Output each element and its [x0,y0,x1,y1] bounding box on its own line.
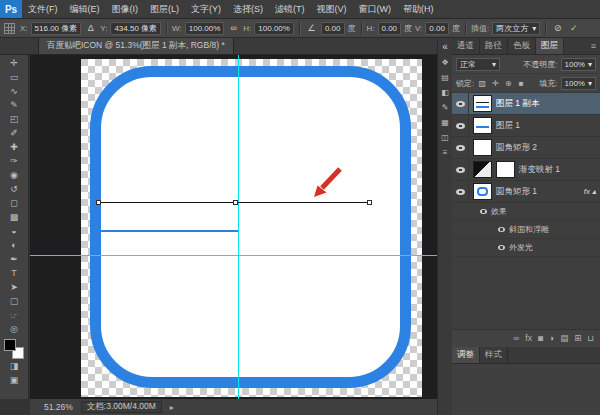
add-layer-style-icon[interactable]: fx [525,334,532,343]
new-group-icon[interactable]: ▤ [560,334,568,343]
height-field[interactable]: 100.00% [254,22,294,35]
visibility-eye-icon[interactable] [480,209,487,214]
menu-file[interactable]: 文件(F) [22,0,64,18]
tab-styles[interactable]: 样式 [480,347,508,363]
path-selection-tool[interactable]: ➤ [2,280,26,294]
zoom-level[interactable]: 51.26% [44,402,73,412]
foreground-color-swatch[interactable] [4,339,16,351]
layer-thumbnail[interactable] [473,95,492,112]
new-layer-icon[interactable]: ⊞ [574,334,581,343]
menu-help[interactable]: 帮助(H) [397,0,440,18]
lock-position-icon[interactable]: ⊕ [503,79,513,88]
menu-image[interactable]: 图像(I) [106,0,145,18]
effect-row-bevel-emboss[interactable]: 斜面和浮雕 [452,221,600,239]
menu-filter[interactable]: 滤镜(T) [269,0,311,18]
adjustments-panel-icon[interactable]: ◧ [441,89,449,97]
visibility-eye-icon[interactable] [452,115,469,136]
blur-tool[interactable]: ◒ [2,224,26,238]
quick-selection-tool[interactable]: ✎ [2,98,26,112]
layer-row-layer1-copy[interactable]: 图层 1 副本 [452,93,600,115]
collapse-panels-icon[interactable]: « [442,41,448,52]
zoom-tool[interactable]: ◎ [2,322,26,336]
layer-thumbnail[interactable] [473,139,492,156]
v-skew-field[interactable]: 0.00 [425,22,449,35]
layer-row-rounded-rect-2[interactable]: 圆角矩形 2 [452,137,600,159]
quick-mask-icon[interactable]: ◨ [2,359,26,373]
commit-transform-icon[interactable]: ✓ [567,21,580,35]
status-options-arrow-icon[interactable]: ▸ [170,403,174,412]
gradient-tool[interactable]: ▩ [2,210,26,224]
collapse-effects-icon[interactable]: ▴ [592,187,596,196]
crop-tool[interactable]: ◰ [2,112,26,126]
eraser-tool[interactable]: ◻ [2,196,26,210]
delete-layer-icon[interactable]: ⊔ [587,334,594,343]
rectangular-marquee-tool[interactable]: ▭ [2,70,26,84]
width-field[interactable]: 100.00% [185,22,225,35]
tab-paths[interactable]: 路径 [480,38,508,54]
history-brush-tool[interactable]: ↺ [2,182,26,196]
hand-tool[interactable]: ☞ [2,308,26,322]
layer-mask-thumbnail[interactable] [496,161,515,178]
tab-layers[interactable]: 图层 [536,38,564,54]
rectangle-tool[interactable]: ▢ [2,294,26,308]
properties-panel-icon[interactable]: ◫ [441,134,449,142]
canvas-area[interactable] [30,55,437,399]
lock-pixels-icon[interactable]: ✛ [490,79,500,88]
h-skew-field[interactable]: 0.00 [378,22,402,35]
layer-row-rounded-rect-1[interactable]: 圆角矩形 1 fx ▴ [452,181,600,203]
adjustment-layer-thumbnail[interactable] [473,161,492,178]
layer-effects-badge[interactable]: fx ▴ [584,187,598,196]
layer-row-layer1[interactable]: 图层 1 [452,115,600,137]
dodge-tool[interactable]: ◐ [2,238,26,252]
visibility-eye-icon[interactable] [452,159,469,180]
lock-all-icon[interactable]: ■ [516,79,526,88]
add-layer-mask-icon[interactable]: ◙ [538,334,543,343]
color-panel-icon[interactable]: ❖ [441,59,448,67]
visibility-eye-icon[interactable] [452,137,469,158]
layer-row-gradient-map[interactable]: 渐变映射 1 [452,159,600,181]
eyedropper-tool[interactable]: ✐ [2,126,26,140]
info-panel-icon[interactable]: ▦ [441,119,449,127]
tab-adjustments[interactable]: 调整 [452,347,480,363]
spot-healing-brush-tool[interactable]: ✚ [2,140,26,154]
clone-stamp-tool[interactable]: ◉ [2,168,26,182]
move-tool[interactable]: ✛ [2,56,26,70]
maintain-aspect-link-icon[interactable]: ∞ [227,21,240,35]
y-position-field[interactable]: 434.50 像素 [110,22,161,35]
link-layers-icon[interactable]: ∞ [513,334,519,343]
pen-tool[interactable]: ✒ [2,252,26,266]
tab-swatches[interactable]: 色板 [508,38,536,54]
layer-thumbnail[interactable] [473,117,492,134]
interpolation-select[interactable]: 两次立方 ▾ [492,22,540,35]
swatches-panel-icon[interactable]: ▤ [441,74,449,82]
blend-mode-select[interactable]: 正常 ▾ [456,58,500,71]
lock-transparency-icon[interactable]: ▨ [477,79,487,88]
menu-window[interactable]: 窗口(W) [353,0,398,18]
brush-tool[interactable]: ✑ [2,154,26,168]
visibility-eye-icon[interactable] [452,181,469,202]
menu-type[interactable]: 文字(Y) [185,0,227,18]
lasso-tool[interactable]: ∿ [2,84,26,98]
relative-position-icon[interactable]: Δ [84,21,97,35]
cancel-transform-icon[interactable]: ⊘ [551,21,564,35]
x-position-field[interactable]: 516.00 像素 [31,22,82,35]
menu-layer[interactable]: 图层(L) [144,0,185,18]
reference-point-icon[interactable] [4,23,15,34]
panel-menu-icon[interactable]: ≡ [587,38,600,54]
menu-view[interactable]: 视图(V) [311,0,353,18]
screen-mode-icon[interactable]: ▣ [2,373,26,387]
visibility-eye-icon[interactable] [452,93,469,114]
history-panel-icon[interactable]: ✎ [442,104,449,112]
menu-select[interactable]: 选择(S) [227,0,269,18]
type-tool[interactable]: T [2,266,26,280]
fill-select[interactable]: 100% ▾ [561,77,596,90]
opacity-select[interactable]: 100% ▾ [561,58,596,71]
character-panel-icon[interactable]: ≡ [443,149,448,157]
menu-edit[interactable]: 编辑(E) [64,0,106,18]
transform-handle-right[interactable] [367,200,372,205]
document-tab[interactable]: 百度贴吧ICON @ 51.3%(图层 1 副本, RGB/8) * [38,38,234,54]
transform-handle-center[interactable] [233,200,238,205]
new-adjustment-layer-icon[interactable]: ◑ [549,334,554,343]
effects-header-row[interactable]: 效果 [452,203,600,221]
rotate-angle-field[interactable]: 0.00 [321,22,345,35]
